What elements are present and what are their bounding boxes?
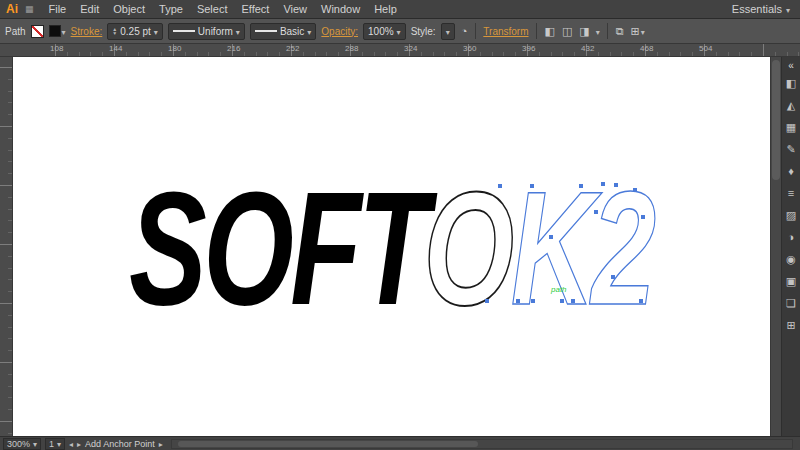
horizontal-ruler[interactable]: 108144180216252288324360396432468504 xyxy=(0,44,800,57)
symbols-panel-icon[interactable]: ♦ xyxy=(783,160,800,182)
panel-dock: «◧◭▦✎♦≡▨◑◉▣❏⊞ xyxy=(781,57,800,436)
color-panel-icon[interactable]: ◧ xyxy=(783,72,800,94)
artboard-number: 1 xyxy=(49,439,54,449)
status-tool-dropdown[interactable]: Add Anchor Point xyxy=(85,439,163,449)
menu-view[interactable]: View xyxy=(276,3,314,15)
anchor-point[interactable] xyxy=(594,210,598,214)
style-dropdown[interactable] xyxy=(441,23,455,40)
isolate-object-icon[interactable]: ⧉ xyxy=(615,25,625,38)
smart-guide-label: path xyxy=(551,285,567,294)
stroke-color-dropdown[interactable] xyxy=(49,25,66,37)
anchor-point[interactable] xyxy=(498,184,502,188)
graphic-styles-panel-icon[interactable]: ▣ xyxy=(783,270,800,292)
horizontal-scrollbar[interactable] xyxy=(171,439,793,449)
anchor-point[interactable] xyxy=(485,299,489,303)
hruler-number: 144 xyxy=(109,44,122,53)
transparency-panel-icon[interactable]: ◑ xyxy=(783,226,800,248)
hruler-number: 216 xyxy=(227,44,240,53)
next-artboard-button[interactable] xyxy=(77,439,81,449)
anchor-point[interactable] xyxy=(639,299,643,303)
menu-file[interactable]: File xyxy=(42,3,74,15)
stroke-panel-icon[interactable]: ≡ xyxy=(783,182,800,204)
select-similar-icon: ⊞ xyxy=(630,25,641,38)
divider xyxy=(607,23,608,39)
align-center-icon[interactable]: ◫ xyxy=(561,25,573,38)
anchor-point[interactable] xyxy=(614,183,618,187)
transform-panel-link[interactable]: Transform xyxy=(483,26,528,37)
artboard-navigation-field[interactable]: 1 xyxy=(45,438,65,450)
anchor-point[interactable] xyxy=(530,184,534,188)
hruler-number: 108 xyxy=(50,44,63,53)
menu-help[interactable]: Help xyxy=(367,3,404,15)
recolor-artwork-icon[interactable]: ◔ xyxy=(460,25,469,37)
vertical-scrollbar-thumb[interactable] xyxy=(772,60,780,180)
brushes-panel-icon[interactable]: ✎ xyxy=(783,138,800,160)
hruler-number: 288 xyxy=(345,44,358,53)
hruler-number: 504 xyxy=(699,44,712,53)
fill-color-swatch[interactable] xyxy=(31,25,44,38)
anchor-point[interactable] xyxy=(641,215,645,219)
vertical-scrollbar[interactable] xyxy=(770,57,781,436)
status-bar: 300% 1 Add Anchor Point xyxy=(0,436,800,450)
chevron-down-icon xyxy=(57,439,61,449)
chevron-down-icon xyxy=(397,26,401,37)
hruler-number: 180 xyxy=(168,44,181,53)
control-bar: Path Stroke: ▲▼ 0.25 pt Uniform Basic Op… xyxy=(0,19,800,44)
menu-effect[interactable]: Effect xyxy=(234,3,276,15)
logo-artwork[interactable]: SOFTOK2 xyxy=(129,167,653,329)
menu-select[interactable]: Select xyxy=(190,3,235,15)
stroke-weight-field[interactable]: ▲▼ 0.25 pt xyxy=(107,23,163,40)
width-profile-dropdown[interactable]: Uniform xyxy=(168,23,245,40)
workspace-switcher[interactable]: Essentials xyxy=(732,3,790,15)
layers-panel-icon[interactable]: ❏ xyxy=(783,292,800,314)
stroke-panel-link[interactable]: Stroke: xyxy=(71,26,103,37)
divider xyxy=(475,23,476,39)
zoom-level-dropdown[interactable]: 300% xyxy=(3,438,41,450)
menu-items: FileEditObjectTypeSelectEffectViewWindow… xyxy=(42,3,404,15)
line-preview-icon xyxy=(173,30,195,32)
artboards-panel-icon[interactable]: ⊞ xyxy=(783,314,800,336)
anchor-point[interactable] xyxy=(579,184,583,188)
hruler-number: 252 xyxy=(286,44,299,53)
app-logo: Ai xyxy=(0,2,25,16)
brush-definition-dropdown[interactable]: Basic xyxy=(250,23,316,40)
color-guide-panel-icon[interactable]: ◭ xyxy=(783,94,800,116)
select-similar-dropdown[interactable]: ⊞ xyxy=(630,25,645,38)
align-right-icon[interactable]: ◨ xyxy=(578,25,590,38)
chevron-down-icon xyxy=(236,26,240,37)
anchor-point[interactable] xyxy=(633,188,637,192)
align-left-icon[interactable]: ◧ xyxy=(544,25,556,38)
hruler-number: 324 xyxy=(404,44,417,53)
opacity-field[interactable]: 100% xyxy=(363,23,406,40)
expand-panels-icon[interactable]: « xyxy=(783,58,800,72)
anchor-point[interactable] xyxy=(560,299,564,303)
hruler-number: 432 xyxy=(581,44,594,53)
menu-type[interactable]: Type xyxy=(152,3,190,15)
anchor-point[interactable] xyxy=(611,275,615,279)
stroke-weight-stepper[interactable]: ▲▼ xyxy=(112,27,117,35)
anchor-point[interactable] xyxy=(531,299,535,303)
anchor-point[interactable] xyxy=(571,299,575,303)
previous-artboard-button[interactable] xyxy=(69,439,73,449)
app-bar-grid-icon[interactable]: ▦ xyxy=(25,4,42,14)
vertical-ruler[interactable] xyxy=(0,57,13,436)
appearance-panel-icon[interactable]: ◉ xyxy=(783,248,800,270)
brush-preview-icon xyxy=(255,30,277,32)
chevron-down-icon xyxy=(641,26,645,37)
menu-window[interactable]: Window xyxy=(314,3,367,15)
chevron-down-icon xyxy=(154,26,158,37)
logo-text-solid[interactable]: SOFT xyxy=(129,157,424,338)
anchor-point[interactable] xyxy=(601,182,605,186)
anchor-point[interactable] xyxy=(516,299,520,303)
stroke-weight-value: 0.25 pt xyxy=(120,26,151,37)
menu-edit[interactable]: Edit xyxy=(73,3,106,15)
gradient-panel-icon[interactable]: ▨ xyxy=(783,204,800,226)
anchor-point[interactable] xyxy=(549,235,553,239)
horizontal-scrollbar-thumb[interactable] xyxy=(178,441,478,447)
chevron-down-icon[interactable] xyxy=(596,26,600,37)
opacity-panel-link[interactable]: Opacity: xyxy=(321,26,358,37)
artboard[interactable]: SOFTOK2 path xyxy=(13,57,770,436)
menu-object[interactable]: Object xyxy=(106,3,152,15)
menu-bar: Ai ▦ FileEditObjectTypeSelectEffectViewW… xyxy=(0,0,800,19)
swatches-panel-icon[interactable]: ▦ xyxy=(783,116,800,138)
